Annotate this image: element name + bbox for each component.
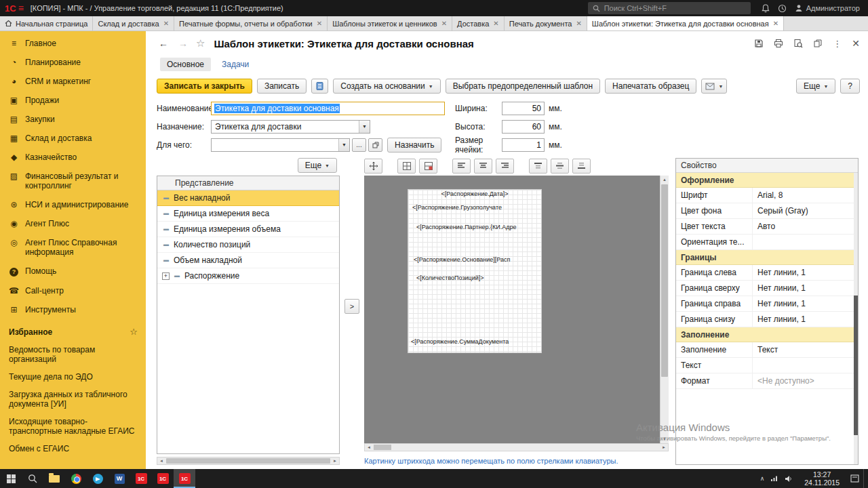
history-icon[interactable] (778, 4, 787, 13)
property-row[interactable]: Граница справаНет линии, 1 (676, 296, 858, 312)
scrollbar-thumb[interactable] (661, 184, 668, 377)
scrollbar-thumb[interactable] (854, 296, 858, 435)
align-center-icon[interactable] (474, 159, 492, 174)
close-tab-icon[interactable]: ✕ (493, 20, 498, 27)
preview-search-icon[interactable] (793, 39, 803, 48)
properties-scrollbar[interactable] (854, 173, 858, 464)
property-row[interactable]: ШрифтArial, 8 (676, 188, 858, 203)
template-placeholder[interactable]: <[Распоряжение.СуммаДокумента (411, 338, 509, 345)
label-sheet[interactable]: <[Распоряжение.Дата]> <[Распоряжение.Гру… (408, 189, 542, 353)
user-menu[interactable]: Администратор (795, 4, 860, 12)
for-select[interactable]: ▼ (211, 138, 350, 152)
save-button[interactable]: Записать (257, 79, 307, 94)
taskbar-clock[interactable]: 13:27 24.11.2015 (798, 470, 846, 487)
template-placeholder[interactable]: <[КоличествоПозиций]> (416, 274, 484, 281)
template-placeholder[interactable]: <[Распоряжение.Партнер.{КИ.Адре (416, 224, 517, 230)
print-icon[interactable] (774, 39, 783, 48)
sidebar-item-sales[interactable]: ▣Продажи (0, 91, 146, 110)
sidebar-item-purchases[interactable]: ▤Закупки (0, 110, 146, 129)
property-value[interactable]: Авто (753, 219, 858, 234)
label-canvas[interactable]: <[Распоряжение.Дата]> <[Распоряжение.Гру… (364, 176, 669, 443)
sidebar-item-nsi-admin[interactable]: ⊛НСИ и администрирование (0, 195, 146, 214)
choose-predefined-template-button[interactable]: Выбрать предопределенный шаблон (446, 79, 600, 94)
merge-cells-icon[interactable] (419, 159, 437, 174)
sidebar-item-call-center[interactable]: ☎Call-центр (0, 281, 146, 300)
grid-cells-icon[interactable] (397, 159, 416, 174)
save-and-close-button[interactable]: Записать и закрыть (157, 79, 252, 94)
property-value[interactable]: Нет линии, 1 (753, 281, 858, 296)
property-row[interactable]: Граница снизуНет линии, 1 (676, 312, 858, 327)
close-tab-icon[interactable]: ✕ (317, 20, 322, 27)
scroll-left-icon[interactable]: ◄ (157, 458, 165, 464)
property-section[interactable]: Границы (676, 250, 858, 265)
more-actions-icon[interactable]: ⋮ (833, 39, 842, 49)
onec-app-button-2[interactable]: 1С (152, 469, 174, 488)
copy-link-icon[interactable] (813, 39, 823, 48)
tab-label-template-editor[interactable]: Шаблон этикетки: Этикетка для доставки о… (587, 16, 784, 30)
main-menu-icon[interactable]: ≡ (18, 5, 24, 12)
sidebar-item-warehouse[interactable]: ▦Склад и доставка (0, 129, 146, 148)
cell-size-input[interactable]: 1 (502, 138, 545, 152)
field-row-volume[interactable]: ▬Объем накладной (157, 253, 339, 268)
align-right-icon[interactable] (496, 159, 514, 174)
scroll-left-icon[interactable]: ◄ (365, 444, 373, 451)
show-desktop-button[interactable] (864, 469, 868, 488)
property-value[interactable]: Текст (753, 342, 858, 357)
tab-label-templates[interactable]: Шаблоны этикеток и ценников✕ (328, 16, 452, 30)
onec-app-button-1[interactable]: 1С (130, 469, 152, 488)
template-placeholder[interactable]: <[Распоряжение.Основание][Расп (414, 256, 510, 263)
property-value[interactable]: <Не доступно> (753, 373, 858, 388)
expand-icon[interactable]: + (162, 272, 170, 280)
sidebar-item-agent-plus-info[interactable]: ◎Агент Плюс Справочная информация (0, 233, 146, 262)
back-arrow-icon[interactable]: ← (157, 37, 170, 49)
favorite-item-egais-invoices[interactable]: Исходящие товарно-транспортные накладные… (0, 413, 146, 440)
valign-top-icon[interactable] (529, 159, 547, 174)
sidebar-item-tools[interactable]: ⊞Инструменты (0, 300, 146, 319)
field-row-weight-unit[interactable]: ▬Единица измерения веса (157, 206, 339, 222)
scrollbar-thumb[interactable] (166, 458, 330, 464)
tab-tasks[interactable]: Задачи (222, 60, 249, 69)
for-open-button[interactable] (368, 138, 382, 152)
close-tab-icon[interactable]: ✕ (576, 20, 581, 27)
sidebar-item-finance[interactable]: ▨Финансовый результат и контроллинг (0, 167, 146, 195)
favorite-item-edo[interactable]: Текущие дела по ЭДО (0, 368, 146, 386)
fields-horizontal-scrollbar[interactable]: ◄ ► (157, 457, 340, 465)
hidden-icons-chevron-icon[interactable]: ∧ (760, 475, 765, 482)
for-ellipsis-button[interactable]: ... (352, 138, 366, 152)
start-button[interactable] (0, 469, 22, 488)
tab-delivery[interactable]: Доставка✕ (452, 16, 505, 30)
scroll-right-icon[interactable]: ► (660, 444, 668, 451)
more-button[interactable]: Еще▼ (796, 79, 835, 94)
favorite-item-goods-statement[interactable]: Ведомость по товарам организаций (0, 341, 146, 368)
favorites-star-icon[interactable]: ☆ (130, 327, 138, 337)
property-row[interactable]: ЗаполнениеТекст (676, 342, 858, 358)
sidebar-item-main[interactable]: ≡Главное (0, 34, 146, 53)
assign-button[interactable]: Назначить (387, 138, 441, 152)
template-placeholder[interactable]: <[Распоряжение.Грузополучате (412, 204, 502, 211)
scroll-right-icon[interactable]: ► (331, 458, 339, 464)
save-icon[interactable] (754, 39, 764, 48)
property-value[interactable]: Серый (Gray) (753, 203, 858, 218)
property-row[interactable]: Граница слеваНет линии, 1 (676, 265, 858, 281)
property-row[interactable]: Ориентация те... (676, 235, 858, 250)
chevron-down-icon[interactable]: ▼ (359, 121, 370, 133)
move-tool-icon[interactable] (364, 159, 382, 174)
width-input[interactable]: 50 (502, 102, 545, 115)
valign-bottom-icon[interactable] (572, 159, 591, 174)
property-value[interactable]: Нет линии, 1 (753, 312, 858, 327)
tab-print-document[interactable]: Печать документа✕ (505, 16, 587, 30)
scroll-up-icon[interactable]: ▲ (660, 176, 669, 184)
property-row[interactable]: Цвет фонаСерый (Gray) (676, 203, 858, 219)
property-value[interactable] (753, 358, 858, 373)
sidebar-item-crm[interactable]: ◕CRM и маркетинг (0, 72, 146, 91)
tab-warehouse-delivery[interactable]: Склад и доставка✕ (93, 16, 174, 30)
chevron-down-icon[interactable]: ▼ (338, 139, 349, 151)
favorite-item-egais-exchange[interactable]: Обмен с ЕГАИС (0, 440, 146, 458)
word-button[interactable]: W (108, 469, 130, 488)
field-row-volume-unit[interactable]: ▬Единица измерения объема (157, 222, 339, 237)
sidebar-item-treasury[interactable]: ◆Казначейство (0, 148, 146, 167)
property-row[interactable]: Граница сверхуНет линии, 1 (676, 281, 858, 296)
property-value[interactable]: Arial, 8 (753, 188, 858, 203)
telegram-button[interactable] (87, 469, 108, 488)
create-based-on-button[interactable]: Создать на основании▼ (333, 79, 440, 94)
